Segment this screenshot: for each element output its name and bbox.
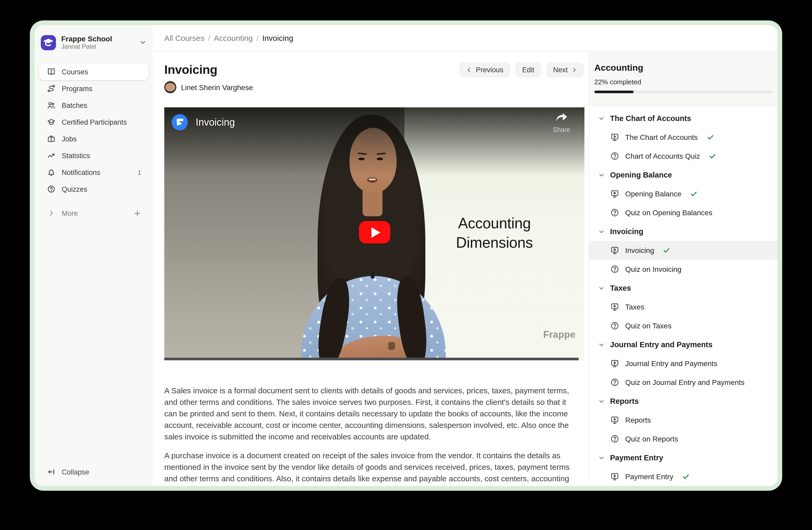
help-circle-icon [47, 185, 56, 193]
outline-lesson-quiz-on-opening-balances[interactable]: Quiz on Opening Balances [589, 203, 778, 222]
page-title: Invoicing [164, 62, 217, 77]
stage: Frappe School Jannat Patel Courses Progr… [0, 0, 812, 530]
collapse-label: Collapse [62, 468, 89, 476]
course-outline-list: The Chart of Accounts The Chart of Accou… [589, 106, 778, 486]
collapse-sidebar-button[interactable]: Collapse [39, 464, 149, 480]
user-name: Jannat Patel [61, 43, 112, 51]
video-lesson-icon [610, 359, 620, 368]
video-lesson-icon [610, 472, 620, 481]
outline-section-invoicing[interactable]: Invoicing [589, 222, 778, 241]
outline-lesson-the-chart-of-accounts[interactable]: The Chart of Accounts [589, 128, 778, 147]
outline-section-taxes[interactable]: Taxes [589, 279, 778, 297]
quiz-icon [610, 321, 620, 331]
sidebar-item-batches[interactable]: Batches [39, 97, 149, 114]
quiz-icon [610, 434, 620, 444]
breadcrumb-all-courses[interactable]: All Courses [164, 33, 204, 42]
chevron-right-icon [48, 209, 55, 217]
share-arrow-icon [555, 113, 569, 124]
breadcrumb-separator: / [256, 33, 259, 42]
outline-section-journal-entry-and-payments[interactable]: Journal Entry and Payments [589, 335, 778, 354]
lesson-body-text: A Sales invoice is a formal document sen… [164, 385, 574, 486]
sidebar-item-notifications[interactable]: Notifications 1 [39, 164, 149, 181]
outline-section-payment-entry[interactable]: Payment Entry [589, 448, 778, 467]
course-outline-header: Accounting 22% completed [589, 51, 778, 106]
outline-lesson-payment-entry[interactable]: Payment Entry [589, 467, 778, 486]
chevron-left-icon [466, 67, 472, 72]
completed-check-icon [709, 152, 716, 160]
sidebar-item-quizzes[interactable]: Quizzes [39, 181, 149, 197]
chevron-down-icon [598, 228, 605, 235]
breadcrumb: All Courses/Accounting/Invoicing [153, 25, 778, 51]
sidebar-nav: Courses Programs Batches Certified Parti… [34, 64, 153, 197]
sidebar-item-programs[interactable]: Programs [39, 80, 149, 97]
outline-section-opening-balance[interactable]: Opening Balance [589, 166, 778, 184]
users-icon [47, 101, 56, 110]
quiz-icon [610, 151, 620, 161]
outline-lesson-opening-balance[interactable]: Opening Balance [589, 184, 778, 203]
bell-icon [47, 168, 56, 177]
course-title: Accounting [594, 51, 773, 73]
school-switcher[interactable]: Frappe School Jannat Patel [41, 32, 146, 52]
app-window: Frappe School Jannat Patel Courses Progr… [34, 25, 778, 486]
youtube-play-button[interactable] [359, 221, 390, 243]
sidebar-item-certified-participants[interactable]: Certified Participants [39, 114, 149, 130]
author-row: Linet Sherin Varghese [164, 81, 584, 93]
sidebar-item-more[interactable]: More [39, 205, 149, 222]
route-icon [47, 84, 56, 93]
chevron-down-icon[interactable] [139, 39, 146, 46]
outline-lesson-quiz-on-invoicing[interactable]: Quiz on Invoicing [589, 260, 778, 279]
outline-lesson-quiz-on-journal-entry-and-payments[interactable]: Quiz on Journal Entry and Payments [589, 373, 778, 392]
outline-section-the-chart-of-accounts[interactable]: The Chart of Accounts [589, 109, 778, 128]
share-button[interactable]: Share [553, 113, 570, 134]
plus-icon[interactable] [133, 209, 144, 217]
breadcrumb-separator: / [208, 33, 210, 42]
outline-lesson-reports[interactable]: Reports [589, 410, 778, 430]
trending-up-icon [47, 151, 56, 160]
outline-section-reports[interactable]: Reports [589, 392, 778, 410]
chevron-down-icon [598, 171, 605, 178]
frappe-video-logo-icon [172, 114, 188, 130]
outline-lesson-quiz-on-reports[interactable]: Quiz on Reports [589, 430, 778, 448]
edit-button[interactable]: Edit [516, 62, 541, 77]
outline-lesson-taxes[interactable]: Taxes [589, 297, 778, 316]
presenter-face [349, 128, 396, 193]
outline-lesson-invoicing[interactable]: Invoicing [589, 241, 778, 260]
video-overlay-title[interactable]: Invoicing [196, 116, 235, 128]
outline-lesson-chart-of-accounts-quiz[interactable]: Chart of Accounts Quiz [589, 147, 778, 166]
sidebar-item-courses[interactable]: Courses [39, 64, 149, 80]
video-player[interactable]: Accounting Dimensions Frappe [164, 107, 584, 360]
outline-lesson-quiz-on-taxes[interactable]: Quiz on Taxes [589, 316, 778, 335]
more-label: More [62, 209, 78, 217]
chevron-down-icon [598, 454, 605, 461]
notification-count-badge: 1 [137, 168, 144, 176]
sidebar-item-jobs[interactable]: Jobs [39, 130, 149, 147]
next-button[interactable]: Next [546, 62, 584, 77]
chevron-down-icon [598, 341, 605, 348]
chevron-down-icon [598, 398, 605, 405]
slide-title: Accounting Dimensions [404, 214, 584, 252]
breadcrumb-accounting[interactable]: Accounting [214, 33, 253, 42]
graduation-cap-icon [47, 118, 56, 126]
content-columns: Invoicing Previous Edit Nex [153, 51, 778, 486]
chevron-down-icon [598, 115, 605, 122]
lesson-paragraph-1: A Sales invoice is a formal document sen… [164, 385, 574, 443]
brand-text: Frappe School Jannat Patel [61, 34, 112, 51]
course-progress-label: 22% completed [594, 78, 773, 86]
video-title-row: Invoicing [172, 114, 235, 130]
sidebar-item-statistics[interactable]: Statistics [39, 147, 149, 164]
chevron-down-icon [598, 285, 605, 291]
graduation-cap-logo-icon [41, 35, 56, 50]
frappe-school-logo [41, 35, 56, 50]
completed-check-icon [682, 473, 690, 480]
previous-button[interactable]: Previous [460, 62, 510, 77]
quiz-icon [610, 378, 620, 387]
video-lesson-icon [610, 246, 620, 255]
author-avatar [164, 81, 176, 93]
completed-check-icon [707, 134, 714, 141]
quiz-icon [610, 208, 620, 217]
outline-lesson-journal-entry-and-payments[interactable]: Journal Entry and Payments [589, 354, 778, 373]
quiz-icon [610, 264, 620, 274]
course-outline-panel: Accounting 22% completed The Chart of Ac… [589, 51, 778, 486]
video-progress-bar[interactable] [164, 358, 579, 360]
wrist-watch [388, 342, 395, 350]
